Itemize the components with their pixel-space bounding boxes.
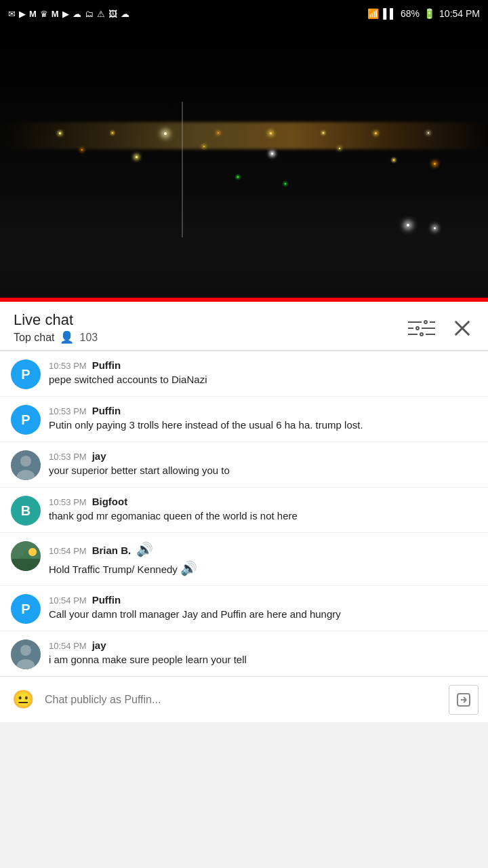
filter-button[interactable]: [388, 326, 393, 331]
close-button[interactable]: [450, 316, 474, 340]
message-meta: 10:53 PM jay: [49, 450, 477, 462]
message-meta: 10:53 PM Puffin: [49, 359, 477, 371]
viewers-icon: 👤: [60, 330, 74, 344]
chat-header-info: Live chat Top chat 👤 103: [14, 311, 98, 344]
folder-icon: 🗂: [85, 9, 94, 19]
settings-button[interactable]: [405, 317, 438, 339]
status-bar: ✉ ▶ M ♛ M ▶ ☁ 🗂 ⚠ 🖼 ☁ 📶 ▌▌ 68% 🔋 10:54 P…: [0, 0, 488, 27]
m-icon: M: [29, 9, 37, 19]
chat-subtitle: Top chat 👤 103: [14, 330, 98, 344]
message-author: jay: [92, 450, 106, 462]
chat-title: Live chat: [14, 311, 98, 329]
message-author: Brian B.: [92, 545, 131, 556]
message-meta: 10:54 PM jay: [49, 639, 477, 651]
cloud-icon: ☁: [73, 9, 81, 19]
message-time: 10:54 PM: [49, 546, 87, 556]
message-time: 10:54 PM: [49, 595, 87, 606]
top-chat-label[interactable]: Top chat: [14, 332, 54, 344]
avatar: P: [11, 405, 41, 435]
message-content: 10:54 PM jay i am gonna make sure people…: [49, 639, 477, 667]
viewers-count: 103: [79, 332, 98, 344]
speaker-icon-2: 🔊: [180, 561, 197, 576]
message-content: 10:54 PM Brian B. 🔊 Hold Traffic Trump/ …: [49, 541, 477, 578]
speaker-icon-1: 🔊: [136, 541, 153, 557]
message-author: jay: [92, 639, 106, 651]
time-display: 10:54 PM: [439, 8, 480, 19]
avatar: P: [11, 359, 41, 389]
avatar: [11, 450, 41, 480]
video-player[interactable]: [0, 27, 488, 302]
message-author: Bigfoot: [92, 496, 127, 507]
message-text: thank god mr egomaniac queen of the worl…: [49, 509, 477, 524]
message-author: Puffin: [92, 594, 121, 606]
message-content: 10:53 PM Bigfoot thank god mr egomaniac …: [49, 496, 477, 524]
m2-icon: M: [52, 9, 59, 19]
status-indicators: 📶 ▌▌ 68% 🔋 10:54 PM: [367, 8, 480, 19]
chat-input[interactable]: [45, 694, 441, 706]
message-text: pepe switched accounts to DiaNazi: [49, 372, 477, 387]
status-icons: ✉ ▶ M ♛ M ▶ ☁ 🗂 ⚠ 🖼 ☁: [8, 9, 129, 19]
message-meta: 10:54 PM Brian B. 🔊: [49, 541, 477, 557]
battery-percent: 68%: [401, 8, 420, 19]
message-text: i am gonna make sure people learn your t…: [49, 652, 477, 667]
message-time: 10:53 PM: [49, 497, 87, 507]
message-time: 10:53 PM: [49, 406, 87, 416]
message-content: 10:53 PM jay your superior better start …: [49, 450, 477, 478]
cloud2-icon: ☁: [121, 9, 129, 19]
signal-icon: ▌▌: [383, 8, 396, 19]
crown-icon: ♛: [40, 9, 48, 19]
message-content: 10:54 PM Puffin Call your damn troll man…: [49, 594, 477, 622]
message-author: Puffin: [92, 405, 121, 416]
message-row: 10:53 PM jay your superior better start …: [0, 442, 488, 488]
send-button[interactable]: [449, 685, 479, 715]
message-text: your superior better start allowing you …: [49, 463, 477, 478]
warning-icon: ⚠: [97, 9, 105, 19]
emoji-button[interactable]: 😐: [9, 686, 37, 713]
message-content: 10:53 PM Puffin Putin only paying 3 trol…: [49, 405, 477, 433]
wifi-icon: 📶: [367, 8, 379, 19]
message-time: 10:54 PM: [49, 641, 87, 651]
message-author: Puffin: [92, 359, 121, 371]
avatar: B: [11, 496, 41, 526]
play2-icon: ▶: [62, 9, 69, 19]
avatar: [11, 639, 41, 669]
message-time: 10:53 PM: [49, 452, 87, 462]
avatar: P: [11, 594, 41, 624]
message-meta: 10:54 PM Puffin: [49, 594, 477, 606]
message-text: Putin only paying 3 trolls here instead …: [49, 418, 477, 433]
svg-point-9: [20, 456, 31, 467]
message-time: 10:53 PM: [49, 361, 87, 371]
message-icon: ✉: [8, 9, 16, 19]
chat-header: Live chat Top chat 👤 103: [0, 302, 488, 351]
svg-rect-12: [11, 559, 41, 571]
message-row: P 10:53 PM Puffin Putin only paying 3 tr…: [0, 397, 488, 442]
message-row: P 10:53 PM Puffin pepe switched accounts…: [0, 351, 488, 397]
message-row: 10:54 PM jay i am gonna make sure people…: [0, 631, 488, 676]
battery-icon: 🔋: [424, 8, 435, 19]
chat-messages-list: P 10:53 PM Puffin pepe switched accounts…: [0, 351, 488, 676]
message-meta: 10:53 PM Bigfoot: [49, 496, 477, 507]
message-row: B 10:53 PM Bigfoot thank god mr egomania…: [0, 488, 488, 533]
message-meta: 10:53 PM Puffin: [49, 405, 477, 416]
message-row: P 10:54 PM Puffin Call your damn troll m…: [0, 586, 488, 631]
chat-header-actions: [388, 316, 474, 340]
message-content: 10:53 PM Puffin pepe switched accounts t…: [49, 359, 477, 387]
avatar: [11, 541, 41, 571]
message-text: Call your damn troll manager Jay and Puf…: [49, 607, 477, 622]
svg-point-16: [20, 645, 31, 656]
play-icon: ▶: [19, 9, 26, 19]
image-icon: 🖼: [108, 9, 117, 19]
message-row: 10:54 PM Brian B. 🔊 Hold Traffic Trump/ …: [0, 533, 488, 586]
svg-point-14: [28, 548, 37, 556]
chat-input-bar: 😐: [0, 676, 488, 722]
message-text: Hold Traffic Trump/ Kennedy 🔊: [49, 559, 477, 578]
